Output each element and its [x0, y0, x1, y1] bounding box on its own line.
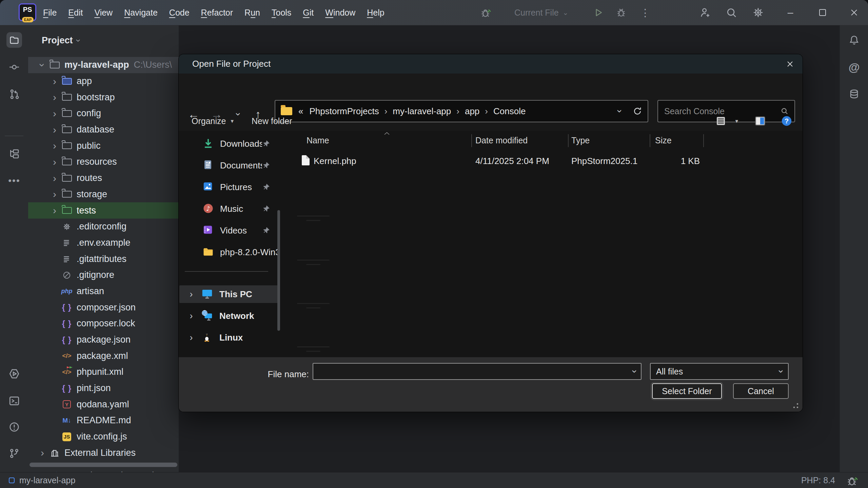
nav-item-this-pc[interactable]: › This PC	[179, 285, 278, 303]
menu-window[interactable]: Window	[319, 0, 361, 25]
column-separator[interactable]	[568, 134, 569, 147]
combo-dropdown-icon[interactable]: ›	[629, 370, 640, 373]
tree-row[interactable]: ›</>package.xml	[28, 348, 179, 364]
pull-requests-tool-icon[interactable]	[6, 86, 22, 102]
problems-tool-icon[interactable]	[6, 419, 22, 435]
file-row-kernel[interactable]: Kernel.php 4/11/2025 2:04 PM PhpStorm202…	[281, 152, 799, 170]
view-dropdown-icon[interactable]: ▾	[735, 118, 738, 125]
phpstorm-logo[interactable]: PS EAP	[19, 3, 36, 21]
menu-view[interactable]: View	[88, 0, 118, 25]
tree-row[interactable]: ›.gitignore	[28, 267, 179, 283]
version-control-tool-icon[interactable]	[6, 446, 22, 461]
sort-ascending-icon[interactable]	[383, 131, 391, 136]
tree-row[interactable]: ›phpartisan	[28, 283, 179, 300]
dialog-close-icon[interactable]	[783, 57, 797, 71]
menu-file[interactable]: File	[37, 0, 62, 25]
file-name-input[interactable]	[313, 367, 633, 377]
tree-row[interactable]: ›.editorconfig	[28, 219, 179, 235]
debug-button[interactable]	[613, 5, 629, 20]
select-folder-button[interactable]: Select Folder	[652, 383, 722, 399]
tree-row-root[interactable]: › my-laravel-app C:\Users\	[28, 57, 179, 73]
search-everywhere-button[interactable]	[724, 5, 739, 20]
profiler-status-icon[interactable]	[846, 474, 859, 487]
tree-row[interactable]: ›config	[28, 105, 179, 122]
terminal-tool-icon[interactable]	[6, 393, 22, 409]
tree-row[interactable]: ›.env.example	[28, 235, 179, 251]
cancel-label: Cancel	[748, 386, 774, 396]
tree-row[interactable]: ›storage	[28, 186, 179, 203]
commit-tool-icon[interactable]	[6, 59, 22, 75]
tree-row[interactable]: ›bootstrap	[28, 89, 179, 105]
tree-row-tests-selected[interactable]: ›tests	[28, 202, 179, 219]
help-icon[interactable]: ?	[781, 115, 792, 127]
column-header-date[interactable]: Date modified	[475, 136, 528, 145]
organize-button[interactable]: Organize ▾	[192, 111, 234, 131]
ai-assistant-icon[interactable]: @	[846, 59, 862, 75]
cancel-button[interactable]: Cancel	[733, 383, 789, 399]
menu-refactor[interactable]: Refactor	[195, 0, 239, 25]
more-actions-button[interactable]: ⋮	[637, 5, 653, 20]
menu-edit[interactable]: Edit	[62, 0, 88, 25]
status-php-version[interactable]: PHP: 8.4	[801, 472, 835, 488]
structure-tool-icon[interactable]	[6, 146, 22, 162]
services-tool-icon[interactable]	[6, 366, 22, 382]
tree-row[interactable]: ›{ }package.json	[28, 332, 179, 348]
menu-run[interactable]: Run	[239, 0, 266, 25]
menu-navigate[interactable]: Navigate	[118, 0, 163, 25]
tree-row[interactable]: ›app	[28, 73, 179, 89]
menu-code[interactable]: Code	[163, 0, 195, 25]
status-project[interactable]: my-laravel-app	[9, 472, 75, 488]
nav-item-documents[interactable]: Documents	[179, 156, 279, 175]
column-header-type[interactable]: Type	[571, 136, 590, 145]
project-panel-header[interactable]: Project ›	[42, 32, 80, 49]
menu-help[interactable]: Help	[361, 0, 390, 25]
menu-git[interactable]: Git	[297, 0, 319, 25]
column-separator[interactable]	[650, 134, 650, 147]
resize-grip[interactable]	[793, 403, 798, 408]
column-separator[interactable]	[703, 134, 704, 147]
file-type-select[interactable]: All files ›	[650, 363, 789, 380]
tree-row[interactable]: ›JSvite.config.js	[28, 429, 179, 445]
menu-tools[interactable]: Tools	[266, 0, 297, 25]
nav-item-network[interactable]: › Network	[179, 307, 278, 325]
run-configuration-select[interactable]: Current File ⌄	[514, 0, 568, 25]
close-window-button[interactable]	[846, 5, 862, 20]
tree-row[interactable]: ›</>phpunit.xml	[28, 364, 179, 380]
new-folder-button[interactable]: New folder	[252, 111, 292, 131]
list-view-icon[interactable]	[715, 116, 726, 126]
nav-scrollbar[interactable]	[277, 210, 280, 331]
more-tools-icon[interactable]: •••	[6, 173, 22, 188]
preview-pane-icon[interactable]	[754, 115, 766, 127]
notifications-bell-icon[interactable]	[846, 32, 862, 48]
database-tool-icon[interactable]	[846, 86, 862, 102]
maximize-button[interactable]	[815, 5, 830, 20]
settings-gear-icon[interactable]	[750, 5, 766, 20]
nav-item-php-folder[interactable]: php-8.2.0-Win3:	[179, 243, 279, 262]
tree-row[interactable]: ›{ }composer.lock	[28, 316, 179, 332]
tree-row[interactable]: ›database	[28, 122, 179, 138]
tree-row-scratches[interactable]: › Scratches and Consoles	[28, 468, 179, 472]
nav-item-pictures[interactable]: Pictures	[179, 178, 279, 197]
nav-item-linux[interactable]: › Linux	[179, 329, 278, 346]
project-tool-icon[interactable]	[6, 32, 22, 48]
tree-row[interactable]: ›.gitattributes	[28, 251, 179, 267]
run-button[interactable]	[591, 5, 606, 20]
nav-item-downloads[interactable]: Downloads	[179, 134, 279, 153]
tree-row[interactable]: ›{ }composer.json	[28, 299, 179, 316]
profiler-icon[interactable]	[478, 5, 494, 20]
tree-row-external-libraries[interactable]: ›External Libraries	[28, 445, 179, 461]
tree-row[interactable]: ›routes	[28, 170, 179, 186]
column-separator[interactable]	[471, 134, 472, 147]
code-with-me-button[interactable]	[697, 5, 713, 20]
column-header-name[interactable]: Name	[307, 136, 329, 145]
nav-item-music[interactable]: ♪ Music	[179, 199, 279, 218]
tree-row[interactable]: ›resources	[28, 154, 179, 170]
tree-row[interactable]: ›public	[28, 138, 179, 154]
nav-item-videos[interactable]: Videos	[179, 221, 279, 240]
tree-row[interactable]: ›Yqodana.yaml	[28, 396, 179, 412]
project-horizontal-scrollbar[interactable]	[29, 463, 177, 467]
minimize-button[interactable]: –	[783, 5, 798, 20]
column-header-size[interactable]: Size	[655, 136, 672, 145]
tree-row[interactable]: ›M↓README.md	[28, 412, 179, 429]
tree-row[interactable]: ›{ }pint.json	[28, 380, 179, 396]
